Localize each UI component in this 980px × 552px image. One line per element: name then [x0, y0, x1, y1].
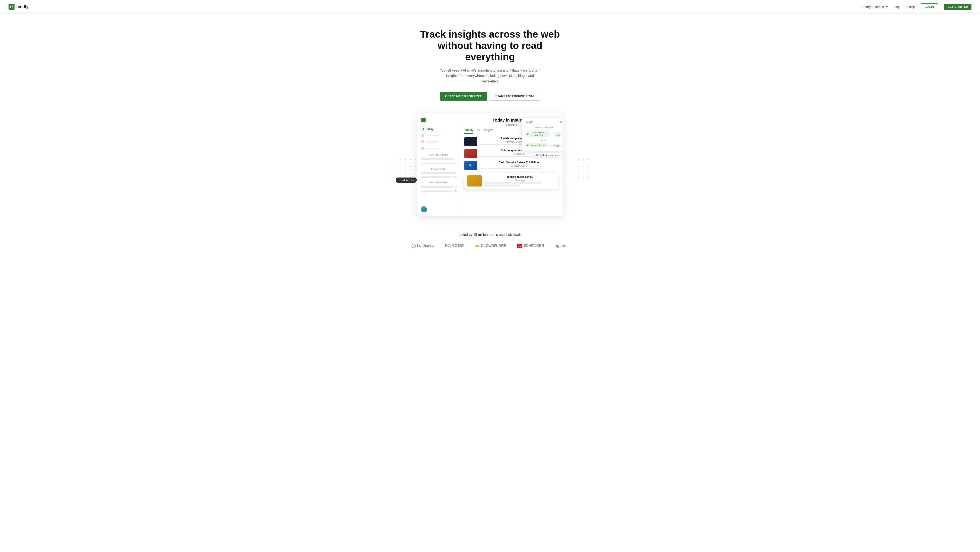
- less-like-this-tooltip[interactable]: Less Like This: [396, 177, 416, 183]
- sidebar-section-boards: TEAM BOARDS: [417, 179, 460, 185]
- nav-right: Feedly Enterprise ▾ Blog Pricing LOGIN G…: [862, 3, 972, 10]
- demo-sidebar: Today LEO PRIORITIES 7: [417, 113, 460, 216]
- hero-buttons: GET STARTED FOR FREE START ENTERPRISE TR…: [4, 92, 976, 101]
- nav-blog[interactable]: Blog: [894, 5, 900, 8]
- get-started-free-button[interactable]: GET STARTED FOR FREE: [440, 92, 487, 101]
- tag-close-1[interactable]: ✕: [551, 133, 553, 136]
- get-started-nav-button[interactable]: GET STARTED: [944, 4, 972, 10]
- logo-danone: DANONE: [445, 244, 464, 248]
- sidebar-section-leo: LEO PRIORITIES: [417, 152, 460, 157]
- sidebar-leo-item-2[interactable]: 2: [417, 161, 460, 166]
- hero-section: Track insights across the web without ha…: [0, 14, 980, 220]
- svg-rect-0: [8, 4, 14, 10]
- news-bar-3: [479, 168, 542, 169]
- panel-what-label: What to prioritize?: [525, 126, 562, 129]
- sidebar-boards-item-1[interactable]: 3: [417, 185, 460, 189]
- panel-header: IoT ✕: [525, 120, 562, 124]
- product-launches-tag[interactable]: 🏷 Product Launches ✕: [533, 153, 563, 157]
- sidebar-logo: [417, 117, 460, 126]
- logo-lufthansa: Lufthansa: [412, 244, 434, 248]
- sidebar-nav-item-3[interactable]: [417, 139, 460, 145]
- navbar: feedly Feedly Enterprise ▾ Blog Pricing …: [0, 0, 980, 14]
- news-title-4: BimaPe raises $545K: [484, 175, 556, 179]
- iot-chip[interactable]: IoT: [525, 120, 534, 124]
- news-source-3: 36SecurityWeek: [479, 165, 558, 167]
- sidebar-boards-item-2[interactable]: 5: [417, 189, 460, 193]
- news-thumb-1: [465, 137, 477, 146]
- logos-row: Lufthansa DANONE CLOUDFLARE DB SCHENKER …: [4, 244, 976, 248]
- hero-headline: Track insights across the web without ha…: [415, 29, 565, 62]
- tag-close-2[interactable]: ✕: [549, 145, 551, 147]
- sidebar-today[interactable]: Today: [417, 126, 460, 132]
- demo-card: Today LEO PRIORITIES 7: [417, 113, 563, 216]
- add-or-2[interactable]: + OR: [552, 144, 561, 147]
- sidebar-section-feeds: TEAM FEEDS: [417, 166, 460, 171]
- news-title-3: Cado Security Raises $10 Million: [479, 161, 558, 164]
- demo-main: Today in Insurtech 3 priorities Priority…: [460, 113, 563, 216]
- nav-enterprise[interactable]: Feedly Enterprise ▾: [862, 5, 888, 8]
- sidebar-nav-item-4[interactable]: [417, 145, 460, 152]
- logo-db-schenker: DB SCHENKER: [517, 244, 544, 248]
- news-card-float[interactable]: BimaPe raises $545K Coverager: [465, 173, 558, 189]
- loved-title: Loved by 15 million teams and individual…: [4, 233, 976, 237]
- svg-point-2: [412, 244, 415, 248]
- tab-analytics[interactable]: Analytics: [483, 129, 493, 134]
- add-or-1[interactable]: + OR: [554, 132, 562, 137]
- hero-subtext: You tell Feedly AI what's important to y…: [439, 68, 541, 84]
- logo-link[interactable]: feedly: [8, 4, 29, 10]
- sidebar-nav-item-2[interactable]: [417, 132, 460, 139]
- news-bar-4b: [484, 185, 520, 186]
- product-launches-close[interactable]: ✕: [559, 154, 560, 156]
- logo-text: feedly: [16, 4, 29, 9]
- insurance-industry-tag[interactable]: 🏢 Insurance industry: [525, 131, 550, 137]
- logo-agenus: agenus: [555, 244, 568, 248]
- funding-events-tag[interactable]: 💰 Funding Events: [525, 143, 548, 147]
- nav-pricing[interactable]: Pricing: [905, 5, 915, 8]
- login-button[interactable]: LOGIN: [921, 3, 938, 10]
- enterprise-trial-button[interactable]: START ENTERPRISE TRIAL: [490, 92, 540, 101]
- logo-cloudflare: CLOUDFLARE: [475, 244, 506, 248]
- and-label: AND: [525, 139, 562, 142]
- loved-section: Loved by 15 million teams and individual…: [0, 220, 980, 257]
- sidebar-leo-item-1[interactable]: 7: [417, 157, 460, 161]
- svg-point-1: [421, 128, 424, 130]
- chevron-down-icon: ▾: [886, 5, 888, 8]
- sidebar-feeds-item-2[interactable]: 14: [417, 175, 460, 179]
- news-bar-4: [484, 182, 541, 183]
- sidebar-feeds-item-1[interactable]: [417, 171, 460, 175]
- tab-all[interactable]: All: [477, 129, 480, 134]
- news-item-3[interactable]: 🔍 Cado Security Raises $10 Million 36Sec…: [465, 161, 558, 170]
- news-source-4: Coverager: [484, 179, 556, 182]
- news-thumb-2: [465, 149, 477, 158]
- tab-priority[interactable]: Priority: [465, 129, 473, 134]
- avatar: [421, 206, 427, 212]
- priority-panel: IoT ✕ What to prioritize? 🏢 Insurance in…: [522, 118, 563, 151]
- news-thumb-3: 🔍: [465, 161, 477, 170]
- panel-close-icon[interactable]: ✕: [560, 121, 562, 124]
- news-bar-2: [479, 156, 542, 157]
- demo-container: for(let i=0;i<42;i++) document.write('<d…: [417, 113, 563, 216]
- news-thumb-4: [467, 175, 482, 187]
